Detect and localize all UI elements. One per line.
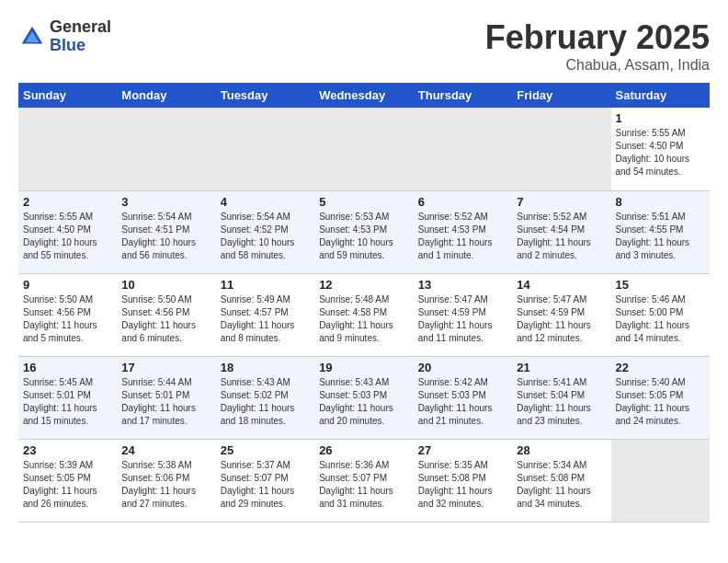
day-cell: 19Sunrise: 5:43 AM Sunset: 5:03 PM Dayli… xyxy=(314,356,414,439)
day-number: 21 xyxy=(517,361,606,374)
day-number: 10 xyxy=(121,278,210,292)
day-number: 12 xyxy=(319,278,409,292)
day-number: 18 xyxy=(221,361,310,374)
day-cell: 11Sunrise: 5:49 AM Sunset: 4:57 PM Dayli… xyxy=(216,273,314,356)
day-info: Sunrise: 5:39 AM Sunset: 5:05 PM Dayligh… xyxy=(23,459,112,511)
day-cell xyxy=(314,108,414,190)
week-row-2: 2Sunrise: 5:55 AM Sunset: 4:50 PM Daylig… xyxy=(18,190,710,273)
weekday-header-monday: Monday xyxy=(117,83,215,108)
day-cell: 18Sunrise: 5:43 AM Sunset: 5:02 PM Dayli… xyxy=(216,356,314,439)
day-cell xyxy=(512,108,610,190)
day-cell: 16Sunrise: 5:45 AM Sunset: 5:01 PM Dayli… xyxy=(18,356,117,439)
weekday-header-saturday: Saturday xyxy=(611,83,711,108)
day-number: 20 xyxy=(418,361,507,374)
day-info: Sunrise: 5:34 AM Sunset: 5:08 PM Dayligh… xyxy=(517,459,606,511)
logo-blue-text: Blue xyxy=(50,37,111,55)
day-cell: 7Sunrise: 5:52 AM Sunset: 4:54 PM Daylig… xyxy=(512,190,610,273)
month-title: February 2025 xyxy=(485,18,710,57)
day-info: Sunrise: 5:50 AM Sunset: 4:56 PM Dayligh… xyxy=(121,293,210,345)
day-info: Sunrise: 5:43 AM Sunset: 5:03 PM Dayligh… xyxy=(319,376,409,428)
logo-text: General Blue xyxy=(50,18,111,55)
day-info: Sunrise: 5:36 AM Sunset: 5:07 PM Dayligh… xyxy=(319,459,409,511)
day-info: Sunrise: 5:38 AM Sunset: 5:06 PM Dayligh… xyxy=(121,459,210,511)
day-info: Sunrise: 5:50 AM Sunset: 4:56 PM Dayligh… xyxy=(23,293,112,345)
location: Chabua, Assam, India xyxy=(485,57,710,74)
day-number: 9 xyxy=(23,278,112,292)
calendar-table: SundayMondayTuesdayWednesdayThursdayFrid… xyxy=(18,83,710,523)
day-info: Sunrise: 5:37 AM Sunset: 5:07 PM Dayligh… xyxy=(221,459,310,511)
day-number: 17 xyxy=(121,361,210,374)
day-cell xyxy=(414,108,512,190)
weekday-header-tuesday: Tuesday xyxy=(216,83,314,108)
day-info: Sunrise: 5:49 AM Sunset: 4:57 PM Dayligh… xyxy=(221,293,310,345)
day-number: 7 xyxy=(517,195,606,209)
day-number: 13 xyxy=(418,278,507,292)
day-info: Sunrise: 5:46 AM Sunset: 5:00 PM Dayligh… xyxy=(616,293,706,345)
day-cell xyxy=(117,108,215,190)
day-cell: 26Sunrise: 5:36 AM Sunset: 5:07 PM Dayli… xyxy=(314,439,414,522)
day-info: Sunrise: 5:35 AM Sunset: 5:08 PM Dayligh… xyxy=(418,459,507,511)
day-info: Sunrise: 5:42 AM Sunset: 5:03 PM Dayligh… xyxy=(418,376,507,428)
day-number: 8 xyxy=(616,195,706,209)
day-cell: 14Sunrise: 5:47 AM Sunset: 4:59 PM Dayli… xyxy=(512,273,610,356)
day-cell: 12Sunrise: 5:48 AM Sunset: 4:58 PM Dayli… xyxy=(314,273,414,356)
day-info: Sunrise: 5:51 AM Sunset: 4:55 PM Dayligh… xyxy=(616,211,706,262)
week-row-5: 23Sunrise: 5:39 AM Sunset: 5:05 PM Dayli… xyxy=(18,439,710,522)
day-number: 2 xyxy=(23,195,112,209)
day-info: Sunrise: 5:55 AM Sunset: 4:50 PM Dayligh… xyxy=(616,127,706,178)
title-block: February 2025 Chabua, Assam, India xyxy=(485,18,710,74)
day-cell: 24Sunrise: 5:38 AM Sunset: 5:06 PM Dayli… xyxy=(117,439,215,522)
day-cell: 13Sunrise: 5:47 AM Sunset: 4:59 PM Dayli… xyxy=(414,273,512,356)
day-number: 27 xyxy=(418,443,507,457)
day-cell xyxy=(611,439,711,522)
day-number: 19 xyxy=(319,361,409,374)
day-cell: 2Sunrise: 5:55 AM Sunset: 4:50 PM Daylig… xyxy=(18,190,117,273)
day-info: Sunrise: 5:52 AM Sunset: 4:53 PM Dayligh… xyxy=(418,211,507,262)
day-info: Sunrise: 5:54 AM Sunset: 4:52 PM Dayligh… xyxy=(221,211,310,262)
day-info: Sunrise: 5:48 AM Sunset: 4:58 PM Dayligh… xyxy=(319,293,409,345)
day-info: Sunrise: 5:52 AM Sunset: 4:54 PM Dayligh… xyxy=(517,211,606,262)
day-number: 4 xyxy=(221,195,310,209)
day-number: 15 xyxy=(616,278,706,292)
day-info: Sunrise: 5:45 AM Sunset: 5:01 PM Dayligh… xyxy=(23,376,112,428)
week-row-1: 1Sunrise: 5:55 AM Sunset: 4:50 PM Daylig… xyxy=(18,108,710,190)
day-number: 26 xyxy=(319,443,409,457)
logo-general-text: General xyxy=(50,18,111,37)
day-cell: 28Sunrise: 5:34 AM Sunset: 5:08 PM Dayli… xyxy=(512,439,610,522)
day-number: 11 xyxy=(221,278,310,292)
day-cell: 6Sunrise: 5:52 AM Sunset: 4:53 PM Daylig… xyxy=(414,190,512,273)
day-number: 25 xyxy=(221,443,310,457)
day-info: Sunrise: 5:55 AM Sunset: 4:50 PM Dayligh… xyxy=(23,211,112,262)
day-info: Sunrise: 5:40 AM Sunset: 5:05 PM Dayligh… xyxy=(616,376,706,428)
day-cell: 23Sunrise: 5:39 AM Sunset: 5:05 PM Dayli… xyxy=(18,439,117,522)
weekday-header-wednesday: Wednesday xyxy=(314,83,414,108)
day-number: 5 xyxy=(319,195,409,209)
day-info: Sunrise: 5:47 AM Sunset: 4:59 PM Dayligh… xyxy=(418,293,507,345)
day-cell: 22Sunrise: 5:40 AM Sunset: 5:05 PM Dayli… xyxy=(611,356,711,439)
day-cell: 17Sunrise: 5:44 AM Sunset: 5:01 PM Dayli… xyxy=(117,356,215,439)
day-info: Sunrise: 5:44 AM Sunset: 5:01 PM Dayligh… xyxy=(121,376,210,428)
day-cell: 20Sunrise: 5:42 AM Sunset: 5:03 PM Dayli… xyxy=(414,356,512,439)
week-row-4: 16Sunrise: 5:45 AM Sunset: 5:01 PM Dayli… xyxy=(18,356,710,439)
weekday-header-sunday: Sunday xyxy=(18,83,117,108)
day-cell: 25Sunrise: 5:37 AM Sunset: 5:07 PM Dayli… xyxy=(216,439,314,522)
page-header: General Blue February 2025 Chabua, Assam… xyxy=(18,18,710,74)
weekday-header-thursday: Thursday xyxy=(414,83,512,108)
day-cell: 15Sunrise: 5:46 AM Sunset: 5:00 PM Dayli… xyxy=(611,273,711,356)
day-number: 6 xyxy=(418,195,507,209)
logo: General Blue xyxy=(18,18,111,55)
day-cell: 3Sunrise: 5:54 AM Sunset: 4:51 PM Daylig… xyxy=(117,190,215,273)
day-number: 24 xyxy=(121,443,210,457)
day-number: 16 xyxy=(23,361,112,374)
day-cell: 8Sunrise: 5:51 AM Sunset: 4:55 PM Daylig… xyxy=(611,190,711,273)
day-cell: 1Sunrise: 5:55 AM Sunset: 4:50 PM Daylig… xyxy=(611,108,711,190)
day-cell: 5Sunrise: 5:53 AM Sunset: 4:53 PM Daylig… xyxy=(314,190,414,273)
day-cell xyxy=(216,108,314,190)
day-cell: 10Sunrise: 5:50 AM Sunset: 4:56 PM Dayli… xyxy=(117,273,215,356)
day-number: 3 xyxy=(121,195,210,209)
day-info: Sunrise: 5:54 AM Sunset: 4:51 PM Dayligh… xyxy=(121,211,210,262)
day-number: 23 xyxy=(23,443,112,457)
day-info: Sunrise: 5:53 AM Sunset: 4:53 PM Dayligh… xyxy=(319,211,409,262)
day-info: Sunrise: 5:43 AM Sunset: 5:02 PM Dayligh… xyxy=(221,376,310,428)
day-number: 22 xyxy=(616,361,706,374)
